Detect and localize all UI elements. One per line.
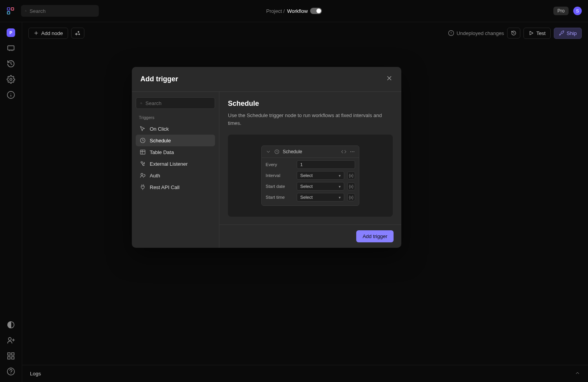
global-search-input[interactable] — [30, 8, 95, 14]
sparkle-icon — [75, 30, 80, 36]
trigger-item-rest-api[interactable]: Rest API Call — [136, 181, 215, 193]
sidebar-settings-icon[interactable] — [7, 75, 15, 84]
users-icon — [140, 172, 146, 179]
trigger-item-external-listener[interactable]: External Listener — [136, 158, 215, 170]
add-trigger-modal: Add trigger Triggers On Click Schedule T… — [132, 67, 401, 248]
clock-icon — [274, 149, 280, 154]
chevron-down-icon: ▾ — [339, 184, 341, 189]
rocket-icon — [559, 30, 564, 36]
user-avatar[interactable]: S — [573, 7, 582, 15]
svg-point-8 — [9, 338, 11, 340]
interval-select[interactable]: Select▾ — [297, 171, 344, 180]
breadcrumb: Project / Workflow — [266, 8, 322, 14]
global-search[interactable] — [21, 5, 99, 17]
search-icon — [140, 101, 142, 106]
start-time-label: Start time — [266, 195, 294, 200]
pro-badge[interactable]: Pro — [553, 7, 569, 15]
history-button[interactable] — [507, 28, 520, 39]
modal-close-button[interactable] — [386, 75, 393, 84]
breadcrumb-workflow[interactable]: Workflow — [287, 8, 308, 14]
chevron-down-icon — [266, 149, 271, 154]
sidebar-theme-icon[interactable] — [7, 321, 15, 329]
svg-point-18 — [141, 173, 143, 175]
every-input[interactable]: 1 — [297, 160, 355, 169]
start-time-var-button[interactable]: {x} — [347, 193, 355, 201]
svg-rect-9 — [8, 353, 10, 355]
history-icon — [511, 30, 516, 36]
start-date-select[interactable]: Select▾ — [297, 182, 344, 191]
code-icon — [341, 149, 346, 154]
trigger-item-table-data[interactable]: Table Data — [136, 146, 215, 158]
trigger-item-on-click[interactable]: On Click — [136, 123, 215, 135]
close-icon — [386, 75, 393, 82]
interval-var-button[interactable]: {x} — [347, 172, 355, 179]
play-icon — [528, 30, 534, 36]
logs-label[interactable]: Logs — [30, 371, 41, 377]
sidebar-info-icon[interactable] — [7, 91, 15, 99]
magic-button[interactable] — [71, 28, 84, 39]
more-icon — [350, 149, 355, 154]
trigger-detail-description: Use the Schedule trigger node to run wor… — [228, 112, 393, 127]
start-date-var-button[interactable]: {x} — [347, 182, 355, 190]
ship-label: Ship — [567, 30, 577, 36]
table-icon — [140, 149, 146, 155]
add-node-label: Add node — [41, 30, 63, 36]
trigger-detail-title: Schedule — [228, 100, 393, 108]
chevron-down-icon: ▾ — [339, 173, 341, 178]
search-icon — [25, 8, 26, 14]
svg-rect-11 — [8, 357, 10, 359]
trigger-preview: Schedule Every 1 Interval Select▾ — [228, 135, 393, 217]
modal-title: Add trigger — [140, 75, 178, 83]
webhook-icon — [140, 161, 146, 167]
node-title: Schedule — [283, 149, 302, 154]
clock-icon — [140, 137, 146, 144]
add-trigger-button[interactable]: Add trigger — [356, 230, 394, 242]
deploy-status: Undeployed changes — [448, 30, 504, 36]
svg-point-15 — [140, 102, 142, 104]
workflow-toggle[interactable] — [310, 8, 322, 14]
preview-node: Schedule Every 1 Interval Select▾ — [261, 145, 359, 206]
svg-point-3 — [25, 11, 26, 11]
ship-button[interactable]: Ship — [554, 28, 582, 39]
trigger-search-input[interactable] — [145, 100, 211, 106]
start-date-label: Start date — [266, 184, 294, 189]
plug-icon — [140, 184, 146, 190]
interval-label: Interval — [266, 173, 294, 178]
every-label: Every — [266, 162, 294, 167]
trigger-search[interactable] — [136, 97, 215, 109]
start-time-select[interactable]: Select▾ — [297, 193, 344, 202]
add-node-button[interactable]: Add node — [28, 28, 68, 39]
triggers-section-label: Triggers — [136, 114, 215, 121]
svg-rect-17 — [140, 150, 145, 154]
svg-rect-0 — [7, 8, 10, 10]
svg-point-22 — [354, 151, 354, 152]
sidebar-apps-icon[interactable] — [7, 352, 15, 360]
plus-icon — [33, 30, 39, 36]
chevron-down-icon: ▾ — [339, 195, 341, 200]
svg-rect-2 — [7, 12, 10, 14]
svg-rect-1 — [11, 8, 14, 10]
breadcrumb-project[interactable]: Project / — [266, 8, 285, 14]
app-logo-icon[interactable] — [6, 7, 15, 15]
sidebar-project-icon[interactable]: P — [7, 28, 15, 37]
svg-rect-10 — [12, 353, 14, 355]
test-button[interactable]: Test — [523, 28, 551, 39]
sidebar-help-icon[interactable] — [7, 367, 15, 376]
svg-point-21 — [352, 151, 352, 152]
svg-point-20 — [350, 151, 351, 152]
svg-rect-12 — [12, 357, 14, 359]
alert-icon — [448, 30, 454, 36]
sidebar-invite-icon[interactable] — [7, 336, 15, 345]
test-label: Test — [536, 30, 546, 36]
svg-rect-4 — [8, 46, 14, 50]
sidebar-history-icon[interactable] — [7, 60, 15, 68]
svg-point-5 — [10, 78, 12, 81]
trigger-item-auth[interactable]: Auth — [136, 170, 215, 181]
logs-expand-icon[interactable] — [575, 370, 580, 377]
sidebar-chat-icon[interactable] — [7, 44, 15, 53]
trigger-item-schedule[interactable]: Schedule — [136, 135, 215, 146]
chevron-up-icon — [575, 370, 580, 376]
cursor-icon — [140, 126, 146, 132]
